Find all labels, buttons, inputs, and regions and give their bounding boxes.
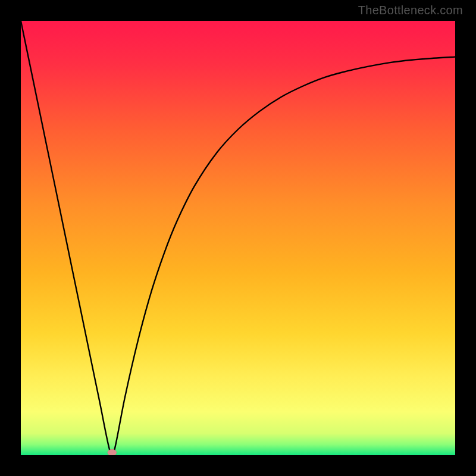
chart-frame: TheBottleneck.com: [0, 0, 476, 476]
minimum-marker: [108, 449, 117, 455]
plot-area: [21, 21, 455, 455]
bottleneck-curve: [21, 21, 455, 455]
watermark-text: TheBottleneck.com: [358, 4, 463, 17]
